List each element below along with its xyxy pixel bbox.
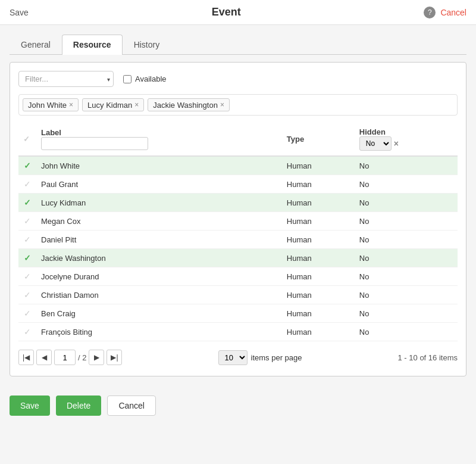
- pagination-left: |◀ ◀ / 2 ▶ ▶|: [18, 350, 122, 365]
- th-type: Type: [282, 123, 355, 156]
- help-icon[interactable]: ?: [424, 7, 436, 18]
- row-hidden: No: [355, 231, 458, 249]
- available-wrap: Available: [123, 74, 167, 83]
- filter-select[interactable]: Filter...: [18, 71, 114, 87]
- row-type: Human: [282, 194, 355, 212]
- row-type: Human: [282, 267, 355, 286]
- row-label: Jocelyne Durand: [36, 267, 282, 286]
- table-row[interactable]: ✓ François Biting Human No: [18, 323, 458, 341]
- th-check: ✓: [18, 123, 36, 156]
- row-check-icon: ✓: [24, 253, 31, 263]
- save-button[interactable]: Save: [10, 396, 50, 416]
- table-row[interactable]: ✓ Daniel Pitt Human No: [18, 231, 458, 249]
- available-label: Available: [135, 74, 167, 83]
- row-hidden: No: [355, 156, 458, 175]
- tab-general[interactable]: General: [10, 35, 62, 54]
- row-label: Megan Cox: [36, 212, 282, 231]
- pagination-range: 1 - 10 of 16 items: [398, 353, 458, 362]
- row-type: Human: [282, 212, 355, 231]
- row-label: Lucy Kidman: [36, 194, 282, 212]
- row-type: Human: [282, 323, 355, 341]
- filter-select-wrap: Filter... ▾: [18, 71, 114, 87]
- table-row[interactable]: ✓ Jackie Washington Human No: [18, 249, 458, 267]
- hidden-filter-select[interactable]: No Yes: [359, 136, 392, 151]
- table-row[interactable]: ✓ John White Human No: [18, 156, 458, 175]
- row-label: Daniel Pitt: [36, 231, 282, 249]
- per-page-select[interactable]: 5 10 20 50: [218, 350, 248, 365]
- hidden-filter-wrap: No Yes ×: [359, 136, 453, 151]
- resource-card: Filter... ▾ Available John White × Lucy …: [10, 62, 466, 376]
- row-type: Human: [282, 249, 355, 267]
- table-row[interactable]: ✓ Jocelyne Durand Human No: [18, 267, 458, 286]
- prev-page-button[interactable]: ◀: [36, 350, 52, 365]
- row-check-icon: ✓: [24, 216, 31, 226]
- main-content: General Resource History Filter... ▾ Ava…: [0, 25, 476, 386]
- next-page-button[interactable]: ▶: [89, 350, 104, 365]
- last-page-button[interactable]: ▶|: [107, 350, 122, 365]
- pagination-center: 5 10 20 50 items per page: [218, 350, 302, 365]
- row-check-icon: ✓: [24, 161, 31, 170]
- table-row[interactable]: ✓ Ben Craig Human No: [18, 304, 458, 323]
- row-hidden: No: [355, 175, 458, 194]
- row-check-icon: ✓: [24, 290, 31, 300]
- tag-lucy-kidman: Lucy Kidman ×: [82, 98, 144, 111]
- tag-jackie-washington: Jackie Washington ×: [148, 98, 230, 111]
- table-header-row: ✓ Label Type Hidden No: [18, 123, 458, 156]
- clear-hidden-icon[interactable]: ×: [394, 139, 399, 148]
- th-hidden: Hidden No Yes ×: [355, 123, 458, 156]
- row-type: Human: [282, 156, 355, 175]
- row-label: François Biting: [36, 323, 282, 341]
- header-check-icon: ✓: [23, 135, 30, 144]
- row-label: John White: [36, 156, 282, 175]
- first-page-button[interactable]: |◀: [18, 350, 34, 365]
- label-filter-input[interactable]: [41, 137, 148, 150]
- items-per-page-label: items per page: [251, 353, 302, 362]
- top-save-link[interactable]: Save: [10, 8, 29, 17]
- tag-label: John White: [28, 101, 67, 110]
- bottom-bar: Save Delete Cancel: [0, 386, 476, 425]
- th-hidden-text: Hidden: [359, 127, 453, 136]
- row-label: Paul Grant: [36, 175, 282, 194]
- row-type: Human: [282, 286, 355, 304]
- tag-label: Lucy Kidman: [87, 101, 132, 110]
- table-body: ✓ John White Human No ✓ Paul Grant Human…: [18, 156, 458, 341]
- page-title: Event: [212, 6, 241, 18]
- row-hidden: No: [355, 249, 458, 267]
- table-row[interactable]: ✓ Paul Grant Human No: [18, 175, 458, 194]
- tag-remove-john-white[interactable]: ×: [69, 101, 73, 109]
- row-type: Human: [282, 175, 355, 194]
- resource-table: ✓ Label Type Hidden No: [18, 123, 458, 341]
- tab-resource[interactable]: Resource: [62, 35, 123, 55]
- table-row[interactable]: ✓ Christian Damon Human No: [18, 286, 458, 304]
- row-check-icon: ✓: [24, 235, 31, 244]
- row-label: Christian Damon: [36, 286, 282, 304]
- filter-row: Filter... ▾ Available: [18, 71, 458, 87]
- row-label: Ben Craig: [36, 304, 282, 323]
- top-bar: Save Event ? Cancel: [0, 0, 476, 25]
- row-check-icon: ✓: [24, 272, 31, 281]
- tag-remove-jackie-washington[interactable]: ×: [220, 101, 224, 109]
- top-cancel-link[interactable]: Cancel: [440, 8, 466, 17]
- page-total: / 2: [78, 353, 86, 362]
- row-check-icon: ✓: [24, 179, 31, 189]
- row-hidden: No: [355, 286, 458, 304]
- row-check-icon: ✓: [24, 309, 31, 318]
- tabs: General Resource History: [10, 35, 466, 55]
- delete-button[interactable]: Delete: [56, 396, 101, 416]
- page-number-input[interactable]: [54, 350, 76, 365]
- tag-remove-lucy-kidman[interactable]: ×: [134, 101, 139, 109]
- row-hidden: No: [355, 323, 458, 341]
- row-type: Human: [282, 304, 355, 323]
- tags-row: John White × Lucy Kidman × Jackie Washin…: [18, 94, 458, 116]
- tab-history[interactable]: History: [123, 35, 171, 54]
- row-label: Jackie Washington: [36, 249, 282, 267]
- row-hidden: No: [355, 212, 458, 231]
- available-checkbox[interactable]: [123, 75, 131, 83]
- th-label-text: Label: [41, 128, 277, 137]
- table-row[interactable]: ✓ Lucy Kidman Human No: [18, 194, 458, 212]
- row-hidden: No: [355, 267, 458, 286]
- tag-john-white: John White ×: [23, 98, 79, 111]
- cancel-button[interactable]: Cancel: [107, 396, 156, 416]
- table-row[interactable]: ✓ Megan Cox Human No: [18, 212, 458, 231]
- row-check-icon: ✓: [24, 327, 31, 337]
